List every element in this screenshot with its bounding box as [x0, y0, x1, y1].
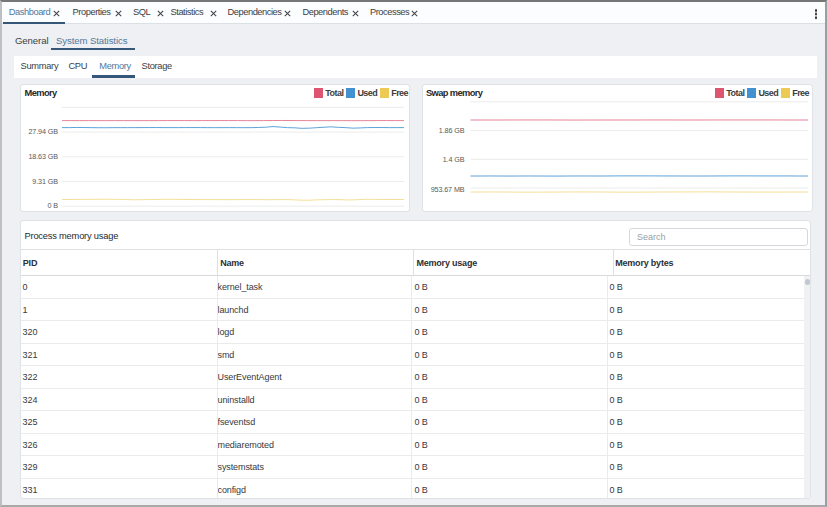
svg-text:1.4 GB: 1.4 GB: [442, 155, 464, 164]
svg-text:9.31 GB: 9.31 GB: [32, 177, 58, 186]
svg-text:0 B: 0 B: [48, 201, 59, 210]
svg-text:953.67 MB: 953.67 MB: [430, 185, 464, 194]
svg-text:1.86 GB: 1.86 GB: [438, 126, 464, 135]
svg-text:18.63 GB: 18.63 GB: [28, 152, 58, 161]
svg-text:27.94 GB: 27.94 GB: [28, 127, 58, 136]
